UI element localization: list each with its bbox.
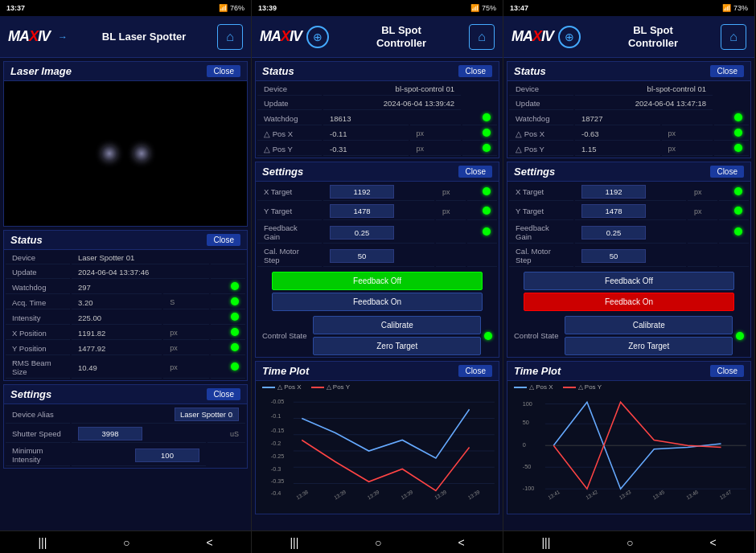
laser-dot-1 [101, 145, 117, 162]
settings-header-1: Settings Close [4, 385, 247, 404]
feedback-gain-input-2[interactable] [330, 226, 394, 240]
label: Y Target [257, 203, 322, 220]
zero-target-btn-3[interactable]: Zero Target [565, 337, 733, 355]
content-1: Laser Image Close Status Close Device La… [0, 58, 251, 530]
label: X Position [6, 326, 70, 340]
control-buttons-2: Feedback Off Feedback On [256, 268, 499, 314]
zero-target-btn-2[interactable]: Zero Target [313, 337, 481, 355]
settings-close-2[interactable]: Close [458, 166, 492, 178]
feedback-on-btn-3[interactable]: Feedback On [524, 293, 734, 311]
settings-section-1: Settings Close Device Alias Shutter Spee… [3, 384, 248, 469]
calibrate-btn-2[interactable]: Calibrate [313, 316, 481, 334]
home-button-1[interactable]: ⌂ [217, 24, 243, 50]
legend-line-blue-3 [514, 387, 527, 388]
svg-text:-0.35: -0.35 [271, 477, 285, 485]
calibrate-btn-3[interactable]: Calibrate [565, 316, 733, 334]
value: 1191.82 [72, 326, 162, 340]
status-close-1[interactable]: Close [207, 234, 240, 246]
indicator [483, 187, 491, 195]
svg-text:-0.4: -0.4 [271, 490, 281, 497]
value: 10.49 [72, 357, 162, 379]
time-plot-section-2: Time Plot Close △ Pos X △ Pos Y -0.0 [255, 361, 499, 514]
min-intensity-input[interactable] [135, 449, 199, 462]
y-target-input-2[interactable] [330, 204, 394, 218]
time-plot-header-3: Time Plot Close [507, 362, 750, 381]
value [323, 183, 434, 201]
table-row: Feedback Gain [509, 222, 749, 244]
home-button-2[interactable]: ⌂ [469, 24, 495, 50]
settings-title-2: Settings [262, 166, 303, 178]
label: Cal. Motor Step [257, 245, 322, 267]
status-header-1: Status Close [4, 231, 247, 250]
app-header-1: MAXIV → BL Laser Spotter ⌂ [0, 16, 251, 58]
table-row: Y Target px [257, 203, 497, 220]
label: Device [509, 83, 573, 96]
legend-x-3: △ Pos X [514, 383, 553, 391]
table-row: X Target px [257, 183, 497, 201]
label: Intensity [6, 311, 70, 325]
feedback-off-btn-2[interactable]: Feedback Off [272, 272, 483, 290]
feedback-on-btn-2[interactable]: Feedback On [272, 293, 483, 311]
status-close-3[interactable]: Close [710, 65, 744, 77]
status-close-2[interactable]: Close [458, 65, 492, 77]
label: Watchdog [257, 112, 322, 125]
shutter-speed-input[interactable] [78, 427, 142, 440]
settings-title-3: Settings [514, 166, 555, 178]
nav-bar-3: ||| ○ < [503, 530, 754, 553]
nav-back-3[interactable]: < [696, 533, 729, 552]
nav-menu-1[interactable]: ||| [25, 533, 60, 552]
settings-close-3[interactable]: Close [710, 166, 744, 178]
laser-image-close[interactable]: Close [207, 65, 240, 77]
nav-home-1[interactable]: ○ [110, 533, 142, 552]
device-alias-input[interactable] [175, 408, 239, 421]
table-row: Y Target px [509, 203, 749, 220]
table-row: Device Laser Spotter 01 [6, 252, 245, 264]
nav-menu-3[interactable]: ||| [528, 533, 563, 552]
status-section-2: Status Close Device bl-spot-control 01 U… [255, 61, 499, 158]
feedback-off-btn-3[interactable]: Feedback Off [524, 272, 734, 290]
x-target-input-2[interactable] [330, 185, 394, 199]
svg-text:13:47: 13:47 [719, 489, 733, 501]
status-section-3: Status Close Device bl-spot-control 01 U… [507, 61, 751, 158]
status-header-2: Status Close [256, 62, 499, 81]
feedback-gain-input-3[interactable] [581, 226, 646, 240]
time-plot-close-3[interactable]: Close [710, 365, 744, 377]
cal-motor-step-input-2[interactable] [330, 249, 394, 263]
label: Y Target [509, 203, 573, 220]
nav-menu-2[interactable]: ||| [277, 533, 311, 552]
x-target-input-3[interactable] [581, 185, 646, 199]
label: Shutter Speed [6, 425, 70, 443]
label: △ Pos X [257, 127, 322, 141]
cal-motor-step-input-3[interactable] [581, 249, 646, 263]
nav-home-3[interactable]: ○ [614, 533, 646, 552]
nav-bar-2: ||| ○ < [252, 530, 503, 553]
table-row: Watchdog 18727 [509, 112, 749, 125]
value: 3.20 [72, 296, 162, 309]
nav-back-2[interactable]: < [445, 533, 477, 552]
value [72, 444, 206, 466]
home-button-3[interactable]: ⌂ [721, 24, 746, 50]
target-icon-2: ⊕ [306, 26, 329, 48]
value: 1.15 [575, 142, 660, 156]
unit: S [163, 296, 209, 309]
label: Device [257, 83, 322, 96]
nav-back-1[interactable]: < [193, 533, 225, 552]
time-plot-close-2[interactable]: Close [458, 365, 492, 377]
value: Laser Spotter 01 [72, 252, 209, 264]
value [72, 425, 206, 443]
settings-section-2: Settings Close X Target px Y Target px [255, 162, 499, 358]
table-row: RMS Beam Size 10.49 px [6, 357, 245, 379]
header-title-2: BL SpotController [334, 24, 469, 49]
indicator [734, 144, 742, 152]
nav-home-2[interactable]: ○ [362, 533, 394, 552]
value [72, 406, 245, 424]
value [575, 222, 686, 244]
status-bar-1: 13:37 📶 76% [0, 0, 251, 16]
y-target-input-3[interactable] [581, 204, 646, 218]
indicator [734, 207, 742, 215]
settings-close-1[interactable]: Close [207, 388, 240, 400]
logo-1: MAXIV [8, 28, 50, 45]
svg-text:-0.15: -0.15 [271, 427, 285, 434]
status-table-3: Device bl-spot-control 01 Update 2024-06… [507, 81, 750, 158]
control-state-indicator-3 [736, 332, 744, 340]
